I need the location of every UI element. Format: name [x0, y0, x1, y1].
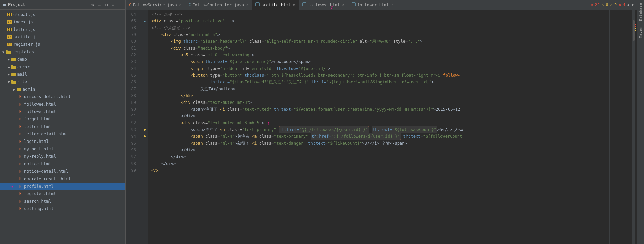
tree-item-register-js[interactable]: JS register.js	[0, 41, 125, 48]
code-line-83: <span th:utext="${user.username}">nowcod…	[151, 58, 609, 65]
svg-rect-10	[17, 88, 21, 91]
tree-item-letter-detail[interactable]: H letter-detail.html	[0, 130, 125, 138]
tree-item-demo[interactable]: ▶ demo	[0, 56, 125, 63]
info4-count: 4	[623, 3, 625, 7]
tree-item-global-js[interactable]: JS global.js	[0, 11, 125, 18]
html-file-icon: H	[18, 139, 23, 144]
add-icon[interactable]: ⊕	[90, 2, 95, 7]
folder-open-icon	[5, 49, 11, 55]
info2-count: 2	[614, 3, 617, 7]
tab-followee-html[interactable]: followee.html ×	[299, 0, 348, 10]
html-file-icon: H	[18, 101, 23, 107]
tree-arrow-down: ▼	[7, 80, 11, 84]
code-line-99: </x	[151, 167, 609, 174]
html-file-icon: H	[18, 161, 23, 167]
close-icon[interactable]: —	[117, 2, 122, 7]
code-line-84: <input type="hidden" id="entityId" th:va…	[151, 65, 609, 72]
java-file-icon: C	[129, 3, 131, 7]
tree-label: setting.html	[24, 206, 54, 211]
tab-follower-html[interactable]: follower.html ×	[348, 0, 397, 10]
tree-item-mail[interactable]: ▶ mail	[0, 71, 125, 78]
tab-follow-controller[interactable]: C FollowController.java ×	[185, 0, 252, 10]
right-sidebar: Database Maven	[637, 0, 644, 244]
js-file-icon: JS	[7, 19, 12, 25]
tree-arrow-down: ▼	[1, 50, 5, 54]
js-file-icon: JS	[7, 42, 12, 47]
tab-follow-service[interactable]: C FollowService.java ×	[126, 0, 185, 10]
tree-item-my-post[interactable]: H my-post.html	[0, 145, 125, 153]
database-panel-tab[interactable]: Database	[637, 0, 644, 24]
tree-item-letter-js[interactable]: JS letter.js	[0, 26, 125, 33]
code-editor[interactable]: <!-- 选项 --> <div class="position-relativ…	[148, 10, 609, 244]
tree-item-follower[interactable]: H follower.html	[0, 108, 125, 115]
tab-close-icon[interactable]: ×	[246, 3, 248, 7]
tab-close-icon[interactable]: ×	[293, 3, 295, 7]
gutter-markers: ▶	[141, 10, 148, 244]
expand-icon[interactable]: ≡	[97, 2, 102, 7]
line-numbers: 64 65 78 79 80 81 82 83 84 85 86 87 88 8…	[126, 10, 141, 244]
code-line-98: </div>	[151, 160, 609, 167]
tree-label: profile.js	[13, 35, 38, 39]
tree-item-error[interactable]: ▶ error	[0, 63, 125, 71]
folder-open-icon	[11, 79, 16, 85]
gear-icon[interactable]: ⚙	[110, 2, 116, 7]
tree-label: login.html	[24, 139, 49, 144]
tab-profile-html[interactable]: profile.html ×	[252, 0, 299, 10]
svg-rect-13	[303, 3, 306, 6]
tree-item-login[interactable]: H login.html	[0, 138, 125, 145]
tree-item-my-reply[interactable]: H my-reply.html	[0, 153, 125, 160]
js-file-icon: JS	[7, 12, 12, 17]
tree-item-letter[interactable]: H letter.html	[0, 123, 125, 130]
chevron-down-icon[interactable]: ▼	[631, 3, 634, 7]
tree-item-admin[interactable]: ▶ admin	[0, 86, 125, 93]
tab-close-icon[interactable]: ×	[342, 3, 344, 7]
tree-item-notice[interactable]: H notice.html	[0, 160, 125, 168]
svg-rect-4	[11, 66, 16, 69]
tree-label: global.js	[13, 12, 35, 17]
tree-item-profile-js[interactable]: JS profile.js	[0, 33, 125, 41]
tree-item-discuss-detail[interactable]: H discuss-detail.html	[0, 93, 125, 100]
code-line-88: </h5>	[151, 92, 609, 99]
tree-item-followee[interactable]: H followee.html	[0, 100, 125, 108]
sidebar-toolbar: ⊕ ≡ ⊟ ⚙ —	[90, 2, 122, 7]
tree-item-forget[interactable]: H forget.html	[0, 115, 125, 123]
code-line-64: <!-- 选项 -->	[151, 11, 609, 18]
tree-label: followee.html	[24, 102, 56, 107]
tree-item-notice-detail[interactable]: H notice-detail.html	[0, 168, 125, 175]
maven-panel-tab[interactable]: Maven	[637, 24, 644, 41]
svg-rect-11	[17, 88, 19, 89]
tree-label: operate-result.html	[24, 176, 71, 181]
tree-item-setting[interactable]: H setting.html	[0, 205, 125, 212]
tree-arrow-right: ▶	[12, 88, 16, 91]
fold-marker-65[interactable]: ▶	[141, 18, 148, 24]
svg-rect-5	[11, 65, 13, 66]
tree-item-profile[interactable]: → H profile.html	[0, 183, 125, 190]
code-area: 64 65 78 79 80 81 82 83 84 85 86 87 88 8…	[126, 10, 637, 244]
tab-close-icon[interactable]: ×	[179, 3, 182, 7]
tree-label: templates	[12, 50, 34, 54]
tree-item-operate-result[interactable]: H operate-result.html	[0, 175, 125, 183]
tree-item-search[interactable]: H search.html	[0, 198, 125, 205]
tab-close-icon[interactable]: ×	[392, 3, 394, 7]
tree-item-site[interactable]: ▼ site	[0, 78, 125, 86]
html-file-tab-icon	[302, 2, 306, 7]
cross-icon: ✕	[619, 3, 621, 7]
tree-item-register[interactable]: H register.html	[0, 190, 125, 198]
collapse-icon[interactable]: ⊟	[103, 2, 109, 7]
project-sidebar: ☰ Project ⊕ ≡ ⊟ ⚙ — JS global.js JS inde…	[0, 0, 126, 244]
svg-rect-7	[11, 73, 13, 74]
svg-rect-12	[256, 3, 259, 6]
svg-rect-9	[11, 80, 13, 81]
info2-icon: ⚠	[610, 3, 612, 7]
tree-label: follower.html	[24, 109, 56, 114]
chevron-up-icon[interactable]: ▲	[627, 3, 630, 7]
tree-item-index-js[interactable]: JS index.js	[0, 18, 125, 26]
code-line-87: 关注TA</button>	[151, 86, 609, 92]
tab-label: follower.html	[357, 3, 389, 7]
java-file-icon: C	[189, 3, 191, 7]
tree-arrow-right: ▶	[7, 65, 11, 69]
code-line-86: th:text="${hasFollowed?'已关注':'关注TA'}" th…	[151, 79, 609, 86]
pink-arrow-line92: ↑	[267, 119, 269, 126]
html-file-icon: H	[18, 116, 23, 122]
tree-item-templates[interactable]: ▼ templates	[0, 48, 125, 56]
